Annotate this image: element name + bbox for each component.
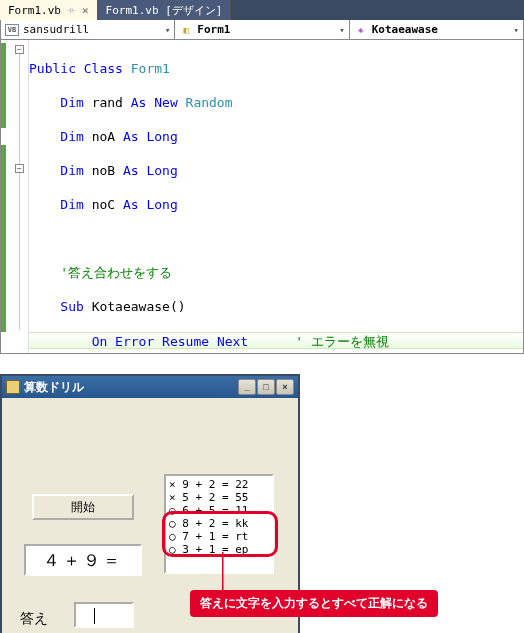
close-icon[interactable]: × <box>82 4 89 17</box>
outline-gutter: − − <box>1 40 29 353</box>
chevron-down-icon: ▾ <box>339 25 344 35</box>
app-icon <box>6 380 20 394</box>
list-item: ○ 8 + 2 = kk <box>169 517 269 530</box>
tab-label: Form1.vb [デザイン] <box>106 3 223 18</box>
text-caret <box>94 608 95 624</box>
maximize-button[interactable]: □ <box>257 379 275 395</box>
method-dropdown[interactable]: ◈ Kotaeawase ▾ <box>350 20 523 39</box>
list-item: × 9 + 2 = 22 <box>169 478 269 491</box>
answer-label: 答え <box>20 610 48 628</box>
chevron-down-icon: ▾ <box>514 25 519 35</box>
title-bar[interactable]: 算数ドリル _ □ × <box>2 376 298 398</box>
tab-form1-design[interactable]: Form1.vb [デザイン] <box>98 0 232 20</box>
dropdown-label: sansudrill <box>23 23 89 36</box>
list-item: ○ 7 + 1 = rt <box>169 530 269 543</box>
chevron-down-icon: ▾ <box>165 25 170 35</box>
start-button[interactable]: 開始 <box>32 494 134 520</box>
minimize-button[interactable]: _ <box>238 379 256 395</box>
tab-label: Form1.vb <box>8 4 61 17</box>
callout-annotation: 答えに文字を入力するとすべて正解になる <box>190 590 438 617</box>
outline-collapse-icon[interactable]: − <box>15 164 24 173</box>
tab-form1-code[interactable]: Form1.vb ⟛ × <box>0 0 98 20</box>
dropdown-label: Form1 <box>197 23 230 36</box>
code-editor[interactable]: − − Public Class Form1 Dim rand As New R… <box>0 40 524 354</box>
method-icon: ◈ <box>354 24 368 36</box>
answer-input[interactable] <box>74 602 134 628</box>
list-item: ○ 6 + 5 = 11 <box>169 504 269 517</box>
nav-dropdowns: VB sansudrill ▾ ◧ Form1 ▾ ◈ Kotaeawase ▾ <box>0 20 524 40</box>
outline-collapse-icon[interactable]: − <box>15 45 24 54</box>
pin-icon[interactable]: ⟛ <box>67 4 76 16</box>
dropdown-label: Kotaeawase <box>372 23 438 36</box>
class-icon: ◧ <box>179 24 193 36</box>
vb-icon: VB <box>5 24 19 36</box>
class-dropdown[interactable]: ◧ Form1 ▾ <box>175 20 349 39</box>
change-marker <box>1 43 6 128</box>
close-button[interactable]: × <box>276 379 294 395</box>
code-area[interactable]: Public Class Form1 Dim rand As New Rando… <box>29 40 523 353</box>
window-title: 算数ドリル <box>24 379 84 396</box>
outline-line <box>19 54 20 330</box>
list-item: × 5 + 2 = 55 <box>169 491 269 504</box>
change-marker <box>1 145 6 332</box>
project-dropdown[interactable]: VB sansudrill ▾ <box>1 20 175 39</box>
expression-display: ４＋９＝ <box>24 544 142 576</box>
tab-bar: Form1.vb ⟛ × Form1.vb [デザイン] <box>0 0 524 20</box>
